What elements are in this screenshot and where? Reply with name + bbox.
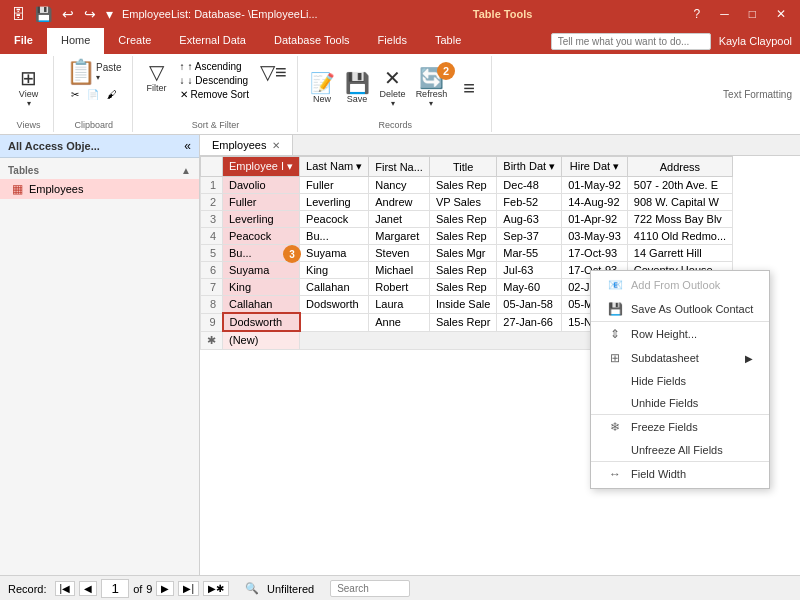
redo-qa-btn[interactable]: ↪ bbox=[81, 4, 99, 24]
cell-fn[interactable]: Andrew bbox=[369, 194, 430, 211]
delete-arrow[interactable]: ▾ bbox=[391, 99, 395, 108]
last-record-btn[interactable]: ▶| bbox=[178, 581, 199, 596]
cell-title[interactable]: Sales Rep bbox=[429, 262, 496, 279]
tell-me-input[interactable] bbox=[551, 33, 711, 50]
new-btn[interactable]: 📝 New bbox=[306, 71, 339, 106]
next-record-btn[interactable]: ▶ bbox=[156, 581, 174, 596]
cell-ln[interactable]: Bu... bbox=[300, 228, 369, 245]
copy-btn[interactable]: 📄 bbox=[84, 88, 102, 101]
cell-birth[interactable]: Dec-48 bbox=[497, 177, 562, 194]
cut-btn[interactable]: ✂ bbox=[68, 88, 82, 101]
tab-table[interactable]: Table bbox=[421, 28, 475, 54]
cell-ln[interactable]: Fuller bbox=[300, 177, 369, 194]
menu-item-freeze-fields[interactable]: ❄ Freeze Fields bbox=[591, 414, 769, 439]
cell-fn[interactable]: Steven bbox=[369, 245, 430, 262]
remove-sort-btn[interactable]: ✕ Remove Sort bbox=[177, 88, 252, 101]
col-header-address[interactable]: Address bbox=[627, 157, 732, 177]
save-record-btn[interactable]: 💾 Save bbox=[341, 71, 374, 106]
cell-fn[interactable]: Margaret bbox=[369, 228, 430, 245]
advanced-filter-btn[interactable]: ▽≡ bbox=[256, 60, 291, 84]
cell-ln[interactable]: Dodsworth bbox=[300, 296, 369, 314]
minimize-btn[interactable]: ─ bbox=[714, 5, 735, 23]
tab-database-tools[interactable]: Database Tools bbox=[260, 28, 364, 54]
refresh-btn[interactable]: 🔄 Refresh ▾ 2 bbox=[412, 66, 452, 110]
cell-id[interactable]: Dodsworth bbox=[223, 313, 300, 331]
cell-title[interactable]: Sales Rep bbox=[429, 279, 496, 296]
view-btn[interactable]: ⊞ View ▾ bbox=[13, 66, 45, 110]
nav-item-employees[interactable]: ▦ Employees bbox=[0, 179, 199, 199]
cell-birth[interactable]: 05-Jan-58 bbox=[497, 296, 562, 314]
cell-fn[interactable]: Michael bbox=[369, 262, 430, 279]
cell-birth[interactable]: May-60 bbox=[497, 279, 562, 296]
cell-fn[interactable]: Anne bbox=[369, 313, 430, 331]
tab-create[interactable]: Create bbox=[104, 28, 165, 54]
cell-id[interactable]: Callahan bbox=[223, 296, 300, 314]
col-header-title[interactable]: Title bbox=[429, 157, 496, 177]
paste-btn[interactable]: 📋 Paste ▾ bbox=[62, 58, 126, 86]
close-btn[interactable]: ✕ bbox=[770, 5, 792, 23]
cell-addr[interactable]: 507 - 20th Ave. E bbox=[627, 177, 732, 194]
tab-fields[interactable]: Fields bbox=[364, 28, 421, 54]
search-input[interactable] bbox=[330, 580, 410, 597]
cell-id[interactable]: Leverling bbox=[223, 211, 300, 228]
tab-external-data[interactable]: External Data bbox=[165, 28, 260, 54]
cell-ln[interactable]: Leverling bbox=[300, 194, 369, 211]
menu-item-unfreeze-fields[interactable]: Unfreeze All Fields bbox=[591, 439, 769, 461]
prev-record-btn[interactable]: ◀ bbox=[79, 581, 97, 596]
help-btn[interactable]: ? bbox=[688, 5, 707, 23]
col-header-birth-date[interactable]: Birth Dat ▾ bbox=[497, 157, 562, 177]
cell-fn[interactable]: Janet bbox=[369, 211, 430, 228]
cell-hire[interactable]: 01-May-92 bbox=[562, 177, 628, 194]
cell-birth[interactable]: Feb-52 bbox=[497, 194, 562, 211]
tab-close-btn[interactable]: ✕ bbox=[272, 140, 280, 151]
cell-fn[interactable]: Laura bbox=[369, 296, 430, 314]
undo-qa-btn[interactable]: ↩ bbox=[59, 4, 77, 24]
cell-title[interactable]: VP Sales bbox=[429, 194, 496, 211]
menu-item-save-outlook[interactable]: 💾 Save As Outlook Contact bbox=[591, 297, 769, 321]
cell-fn[interactable]: Nancy bbox=[369, 177, 430, 194]
tab-home[interactable]: Home bbox=[47, 28, 104, 54]
tab-file[interactable]: File bbox=[0, 28, 47, 54]
maximize-btn[interactable]: □ bbox=[743, 5, 762, 23]
cell-hire[interactable]: 14-Aug-92 bbox=[562, 194, 628, 211]
col-header-first-name[interactable]: First Na... bbox=[369, 157, 430, 177]
cell-id[interactable]: Davolio bbox=[223, 177, 300, 194]
col-header-employee-id[interactable]: Employee I ▾ bbox=[223, 157, 300, 177]
current-record-input[interactable] bbox=[101, 579, 129, 598]
new-record-btn[interactable]: ▶✱ bbox=[203, 581, 229, 596]
cell-id[interactable]: King bbox=[223, 279, 300, 296]
cell-birth[interactable]: 27-Jan-66 bbox=[497, 313, 562, 331]
ascending-btn[interactable]: ↑ ↑ Ascending bbox=[177, 60, 252, 73]
cell-title[interactable]: Sales Mgr bbox=[429, 245, 496, 262]
descending-btn[interactable]: ↓ ↓ Descending bbox=[177, 74, 252, 87]
save-qa-btn[interactable]: 💾 bbox=[32, 4, 55, 24]
nav-collapse-btn[interactable]: « bbox=[184, 139, 191, 153]
more-records-btn[interactable]: ≡ bbox=[453, 76, 485, 100]
cell-addr[interactable]: 4110 Old Redmo... bbox=[627, 228, 732, 245]
first-record-btn[interactable]: |◀ bbox=[55, 581, 76, 596]
menu-item-field-width[interactable]: ↔ Field Width bbox=[591, 461, 769, 486]
nav-section-header[interactable]: Tables ▲ bbox=[0, 162, 199, 179]
refresh-arrow[interactable]: ▾ bbox=[429, 99, 433, 108]
menu-item-hide-fields[interactable]: Hide Fields bbox=[591, 370, 769, 392]
cell-id[interactable]: Suyama bbox=[223, 262, 300, 279]
cell-ln[interactable]: Suyama bbox=[300, 245, 369, 262]
cell-fn[interactable]: Robert bbox=[369, 279, 430, 296]
delete-btn[interactable]: ✕ Delete ▾ bbox=[376, 66, 410, 110]
cell-title[interactable]: Sales Rep bbox=[429, 177, 496, 194]
cell-birth[interactable]: Jul-63 bbox=[497, 262, 562, 279]
cell-birth[interactable]: Aug-63 bbox=[497, 211, 562, 228]
paste-arrow[interactable]: ▾ bbox=[96, 73, 122, 82]
table-tab-employees[interactable]: Employees ✕ bbox=[200, 135, 293, 155]
menu-item-unhide-fields[interactable]: Unhide Fields bbox=[591, 392, 769, 414]
cell-ln[interactable]: Peacock bbox=[300, 211, 369, 228]
cell-ln[interactable]: Callahan bbox=[300, 279, 369, 296]
cell-id[interactable]: Bu... 3 bbox=[223, 245, 300, 262]
cell-title[interactable]: Sales Repr bbox=[429, 313, 496, 331]
cell-hire[interactable]: 01-Apr-92 bbox=[562, 211, 628, 228]
cell-addr[interactable]: 722 Moss Bay Blv bbox=[627, 211, 732, 228]
cell-ln[interactable]: King bbox=[300, 262, 369, 279]
cell-title[interactable]: Sales Rep bbox=[429, 211, 496, 228]
new-row-cell[interactable]: (New) bbox=[223, 331, 300, 349]
cell-id[interactable]: Peacock bbox=[223, 228, 300, 245]
